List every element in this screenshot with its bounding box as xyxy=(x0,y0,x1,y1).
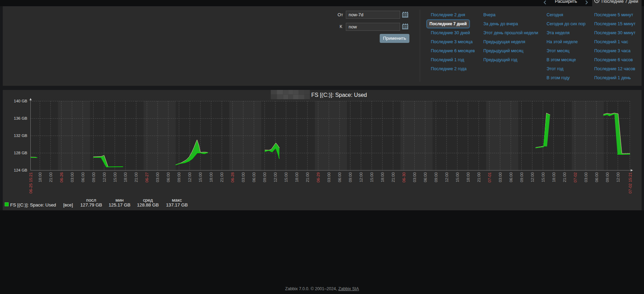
svg-text:06:00: 06:00 xyxy=(338,172,342,182)
svg-text:06-26: 06-26 xyxy=(59,172,64,182)
svg-text:06-29: 06-29 xyxy=(316,172,320,182)
svg-text:124 GB: 124 GB xyxy=(14,168,27,172)
svg-text:18:00: 18:00 xyxy=(295,172,299,182)
svg-text:21:00: 21:00 xyxy=(391,172,395,182)
svg-text:06-25 15:21: 06-25 15:21 xyxy=(29,172,33,193)
svg-text:12:00: 12:00 xyxy=(616,172,620,182)
svg-text:мин: мин xyxy=(115,197,124,203)
svg-text:15:00: 15:00 xyxy=(284,172,288,182)
svg-text:03:00: 03:00 xyxy=(584,172,588,182)
svg-text:132 GB: 132 GB xyxy=(14,134,27,138)
svg-text:18:00: 18:00 xyxy=(209,172,213,182)
svg-text:15:00: 15:00 xyxy=(113,172,117,182)
svg-text:18:00: 18:00 xyxy=(466,172,470,182)
svg-text:09:00: 09:00 xyxy=(263,172,267,182)
svg-text:09:00: 09:00 xyxy=(520,172,524,182)
svg-text:140 GB: 140 GB xyxy=(14,99,27,103)
svg-text:06:00: 06:00 xyxy=(81,172,85,182)
svg-text:[все]: [все] xyxy=(63,202,73,208)
svg-text:18:00: 18:00 xyxy=(380,172,385,182)
svg-text:18:00: 18:00 xyxy=(552,172,556,182)
svg-text:21:00: 21:00 xyxy=(49,172,53,182)
svg-text:09:00: 09:00 xyxy=(434,172,438,182)
svg-text:15:00: 15:00 xyxy=(370,172,374,182)
svg-text:07-02 15:21: 07-02 15:21 xyxy=(628,172,632,193)
svg-text:21:00: 21:00 xyxy=(477,172,481,182)
svg-text:макс: макс xyxy=(172,197,182,203)
svg-text:03:00: 03:00 xyxy=(155,172,160,182)
svg-text:12:00: 12:00 xyxy=(273,172,277,182)
svg-text:15:00: 15:00 xyxy=(198,172,202,182)
svg-text:FS [(C:)]: Space: Used: FS [(C:)]: Space: Used xyxy=(311,92,367,98)
svg-text:06:00: 06:00 xyxy=(252,172,256,182)
svg-text:09:00: 09:00 xyxy=(177,172,181,182)
svg-text:07-01: 07-01 xyxy=(487,172,492,182)
svg-text:06:00: 06:00 xyxy=(595,172,599,182)
svg-text:15:00: 15:00 xyxy=(455,172,460,182)
svg-text:06:00: 06:00 xyxy=(423,172,427,182)
svg-text:03:00: 03:00 xyxy=(327,172,331,182)
svg-text:06:00: 06:00 xyxy=(509,172,513,182)
svg-text:09:00: 09:00 xyxy=(348,172,352,182)
svg-text:125.17 GB: 125.17 GB xyxy=(108,202,130,208)
svg-text:03:00: 03:00 xyxy=(70,172,74,182)
svg-text:06:00: 06:00 xyxy=(166,172,170,182)
svg-text:15:00: 15:00 xyxy=(541,172,545,182)
svg-text:12:00: 12:00 xyxy=(359,172,363,182)
svg-text:FS [(C:)]: Space: Used: FS [(C:)]: Space: Used xyxy=(10,202,56,208)
svg-text:посл: посл xyxy=(86,197,96,203)
svg-text:03:00: 03:00 xyxy=(241,172,245,182)
svg-text:06-30: 06-30 xyxy=(402,172,406,182)
svg-text:12:00: 12:00 xyxy=(530,172,534,182)
svg-text:137.17 GB: 137.17 GB xyxy=(166,202,188,208)
svg-text:06-28: 06-28 xyxy=(230,172,235,182)
svg-text:12:00: 12:00 xyxy=(445,172,449,182)
svg-text:127.79 GB: 127.79 GB xyxy=(80,202,102,208)
svg-text:03:00: 03:00 xyxy=(498,172,502,182)
svg-text:03:00: 03:00 xyxy=(413,172,417,182)
svg-text:21:00: 21:00 xyxy=(134,172,138,182)
svg-text:136 GB: 136 GB xyxy=(14,116,27,120)
svg-text:12:00: 12:00 xyxy=(102,172,106,182)
svg-text:12:00: 12:00 xyxy=(188,172,192,182)
svg-text:18:00: 18:00 xyxy=(38,172,42,182)
svg-text:18:00: 18:00 xyxy=(123,172,127,182)
svg-text:128.88 GB: 128.88 GB xyxy=(137,202,159,208)
svg-text:сред: сред xyxy=(143,197,153,203)
svg-text:128 GB: 128 GB xyxy=(14,151,27,155)
svg-text:21:00: 21:00 xyxy=(220,172,224,182)
svg-text:06-27: 06-27 xyxy=(145,172,149,182)
svg-text:07-02: 07-02 xyxy=(573,172,577,182)
svg-text:09:00: 09:00 xyxy=(92,172,96,182)
svg-text:21:00: 21:00 xyxy=(562,172,567,182)
svg-text:09:00: 09:00 xyxy=(605,172,609,182)
svg-text:21:00: 21:00 xyxy=(305,172,310,182)
